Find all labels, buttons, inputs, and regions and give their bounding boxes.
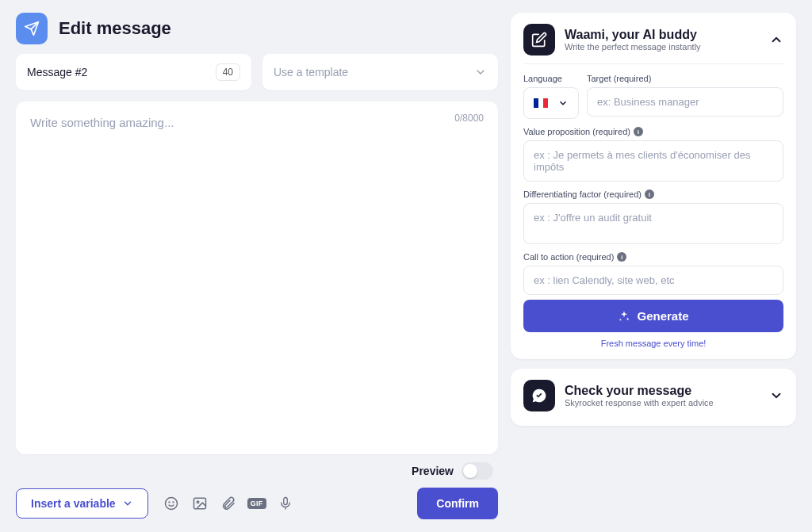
mic-icon[interactable]: [277, 495, 294, 512]
language-select[interactable]: [523, 87, 579, 119]
svg-point-6: [197, 501, 199, 503]
diff-label: Differentiating factor (required) i: [523, 189, 783, 199]
collapse-icon[interactable]: [769, 33, 783, 47]
insert-variable-label: Insert a variable: [31, 497, 116, 510]
generate-label: Generate: [637, 309, 688, 323]
sparkle-icon: [618, 310, 630, 323]
check-panel-subtitle: Skyrocket response with expert advice: [565, 398, 714, 408]
chevron-down-icon: [557, 98, 569, 109]
cta-label: Call to action (required) i: [523, 252, 783, 262]
emoji-icon[interactable]: [163, 495, 180, 512]
diff-input[interactable]: [523, 203, 783, 244]
attachment-icon[interactable]: [220, 495, 237, 512]
ai-panel-subtitle: Write the perfect message instantly: [565, 42, 701, 52]
info-icon[interactable]: i: [634, 127, 643, 136]
preview-toggle[interactable]: [462, 462, 493, 480]
divider: [523, 63, 783, 64]
value-prop-input[interactable]: [523, 140, 783, 182]
page-header: Edit message: [16, 13, 498, 44]
template-placeholder: Use a template: [274, 66, 348, 78]
svg-point-4: [173, 502, 174, 503]
char-counter: 0/8000: [454, 113, 484, 124]
insert-variable-button[interactable]: Insert a variable: [16, 488, 148, 519]
gif-icon[interactable]: GIF: [248, 495, 266, 512]
chevron-down-icon: [474, 66, 487, 78]
target-input[interactable]: [587, 87, 783, 117]
svg-point-2: [165, 498, 177, 510]
check-chat-icon: [523, 380, 555, 411]
ai-panel: Waami, your AI buddy Write the perfect m…: [511, 13, 796, 359]
image-icon[interactable]: [191, 495, 209, 512]
svg-point-3: [169, 502, 170, 503]
page-title: Edit message: [59, 18, 171, 39]
message-textarea[interactable]: [30, 116, 484, 440]
message-editor: 0/8000: [16, 101, 498, 454]
flag-fr-icon: [534, 98, 548, 108]
check-panel-title: Check your message: [565, 384, 714, 398]
info-icon[interactable]: i: [617, 252, 626, 262]
confirm-button[interactable]: Confirm: [417, 488, 498, 519]
language-label: Language: [523, 74, 579, 83]
edit-icon: [523, 24, 555, 55]
freshness-note: Fresh message every time!: [523, 339, 783, 348]
send-icon: [16, 13, 48, 44]
preview-label: Preview: [412, 465, 454, 477]
chevron-down-icon: [122, 498, 133, 509]
target-label: Target (required): [587, 74, 783, 83]
message-chip-label: Message #2: [27, 66, 87, 78]
ai-panel-title: Waami, your AI buddy: [565, 28, 701, 42]
check-panel[interactable]: Check your message Skyrocket response wi…: [511, 369, 796, 426]
svg-rect-5: [193, 498, 205, 508]
expand-icon[interactable]: [769, 388, 783, 403]
info-icon[interactable]: i: [645, 189, 654, 199]
template-select[interactable]: Use a template: [262, 54, 498, 90]
cta-input[interactable]: [523, 266, 783, 295]
value-prop-label: Value proposition (required) i: [523, 127, 783, 136]
svg-rect-7: [283, 498, 287, 505]
message-chip-badge: 40: [216, 63, 240, 81]
generate-button[interactable]: Generate: [523, 300, 783, 332]
message-chip[interactable]: Message #2 40: [16, 54, 251, 90]
